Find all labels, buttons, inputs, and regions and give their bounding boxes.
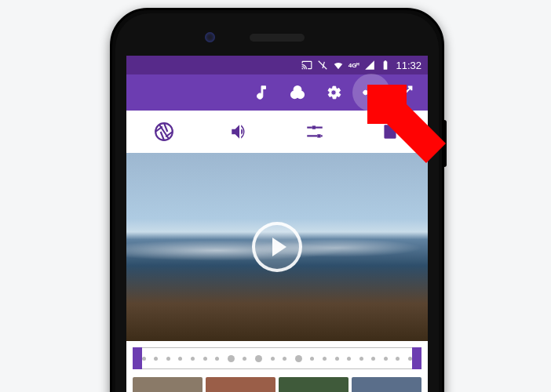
filter-button[interactable] — [280, 75, 315, 110]
timeline-track[interactable] — [133, 347, 421, 369]
clip-thumbnails[interactable] — [126, 372, 428, 392]
clip-thumbnail[interactable] — [279, 377, 348, 392]
tab-adjust[interactable] — [277, 122, 352, 142]
clip-thumbnail[interactable] — [206, 377, 276, 392]
wifi-icon — [333, 60, 344, 71]
music-button[interactable] — [244, 75, 279, 110]
status-bar: 4Gᴴ 11:32 — [126, 56, 428, 74]
cast-icon — [301, 60, 312, 71]
earpiece — [250, 34, 305, 42]
svg-rect-4 — [312, 125, 316, 129]
fullscreen-icon — [397, 84, 414, 101]
tab-style[interactable] — [352, 122, 428, 142]
tab-clips[interactable] — [126, 122, 202, 142]
power-button[interactable] — [442, 120, 447, 167]
4g-lte-icon: 4Gᴴ — [348, 62, 360, 69]
signal-icon — [364, 60, 375, 71]
front-camera — [205, 32, 215, 42]
timeline[interactable] — [126, 341, 428, 372]
style-icon — [380, 122, 400, 142]
filter-venn-icon — [289, 84, 306, 101]
clip-thumbnail[interactable] — [133, 377, 203, 392]
video-preview[interactable] — [126, 153, 428, 341]
play-button[interactable] — [252, 222, 302, 272]
vibrate-icon — [317, 60, 328, 71]
battery-icon — [380, 60, 391, 71]
share-highlight — [352, 74, 390, 111]
clip-thumbnail[interactable] — [352, 377, 421, 392]
tab-audio[interactable] — [202, 122, 277, 142]
fullscreen-button[interactable] — [389, 75, 423, 110]
device-screen: 4Gᴴ 11:32 — [126, 56, 428, 392]
volume-icon — [229, 122, 250, 142]
svg-point-2 — [297, 91, 304, 98]
svg-rect-6 — [384, 125, 396, 138]
equalizer-sliders-icon — [305, 122, 325, 142]
settings-button[interactable] — [316, 75, 351, 110]
phone-frame: 4Gᴴ 11:32 — [110, 8, 444, 392]
music-icon — [253, 84, 270, 101]
tab-bar — [126, 111, 428, 153]
app-bar — [126, 74, 428, 111]
settings-gear-icon — [325, 84, 342, 101]
status-time: 11:32 — [396, 60, 421, 71]
svg-rect-5 — [317, 134, 320, 137]
aperture-icon — [154, 122, 174, 142]
